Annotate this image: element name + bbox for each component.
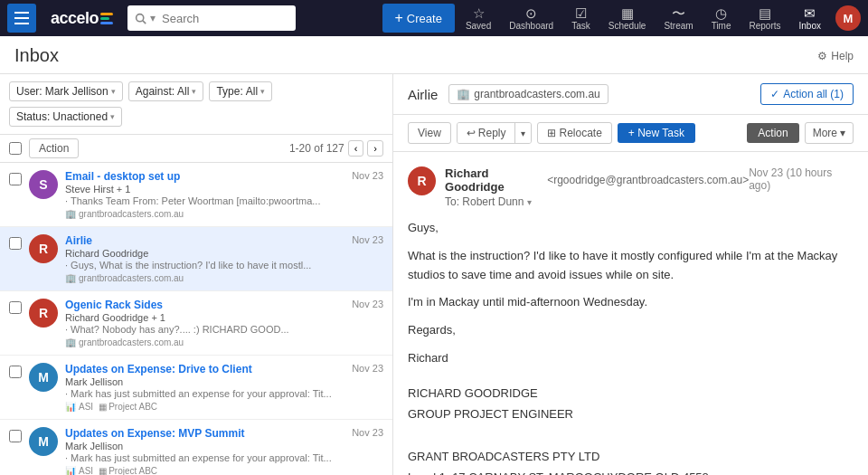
- nav-time[interactable]: ◷ Time: [704, 6, 739, 31]
- avatar-1: S: [29, 170, 58, 199]
- checkmark-icon: ✓: [770, 88, 779, 100]
- email-sender-5: Mark Jellison: [65, 441, 383, 451]
- search-input[interactable]: [162, 12, 288, 25]
- type-filter-caret: ▾: [260, 87, 265, 96]
- building-icon-2: 🏢: [65, 273, 76, 283]
- email-preview-1: · Thanks Team From: Peter Woortman [mail…: [65, 195, 383, 206]
- new-task-button[interactable]: + New Task: [618, 123, 695, 143]
- bulk-action-button[interactable]: Action: [29, 138, 79, 158]
- reply-icon: ↩: [467, 127, 476, 139]
- email-company-4: 📊 ASI: [65, 402, 93, 412]
- time-icon: ◷: [715, 6, 727, 20]
- svg-point-0: [137, 14, 144, 21]
- logo-decoration: [100, 13, 113, 24]
- search-box[interactable]: ▾: [127, 5, 296, 31]
- email-checkbox-3[interactable]: [9, 301, 22, 314]
- nav-task-label: Task: [571, 21, 590, 31]
- select-all-checkbox[interactable]: [9, 142, 22, 155]
- status-filter-caret: ▾: [110, 112, 115, 121]
- email-checkbox-5[interactable]: [9, 430, 22, 442]
- reply-button[interactable]: ↩ Reply: [458, 123, 515, 143]
- email-item-1[interactable]: S Email - desktop set up Nov 23 Steve Hi…: [0, 163, 392, 227]
- right-panel: Airlie 🏢 grantbroadcasters.com.au ✓ Acti…: [393, 74, 868, 475]
- type-filter[interactable]: Type: All ▾: [209, 81, 272, 101]
- stream-icon: 〜: [672, 6, 685, 20]
- action-all-label: Action all (1): [783, 88, 844, 100]
- email-item-4[interactable]: M Updates on Expense: Drive to Client No…: [0, 356, 392, 420]
- email-company-5: 📊 ASI: [65, 466, 93, 475]
- status-filter-label: Status:: [16, 110, 50, 123]
- reports-icon: ▤: [759, 6, 771, 20]
- against-filter-label: Against:: [136, 85, 175, 98]
- relocate-icon: ⊞: [547, 127, 556, 139]
- email-subject-3: Ogenic Rack Sides: [65, 299, 163, 311]
- hamburger-menu[interactable]: [7, 4, 36, 33]
- nav-reports[interactable]: ▤ Reports: [742, 6, 788, 31]
- email-subject-2: Airlie: [65, 234, 92, 247]
- email-checkbox-1[interactable]: [9, 173, 22, 185]
- action-all-button[interactable]: ✓ Action all (1): [760, 83, 854, 105]
- inbox-icon: ✉: [804, 6, 816, 20]
- user-avatar[interactable]: M: [835, 5, 861, 31]
- status-filter-value: Unactioned: [52, 110, 108, 123]
- email-body-content: Guys, What is the instruction? I'd like …: [408, 219, 854, 368]
- user-filter-caret: ▾: [111, 87, 116, 96]
- email-subject-5: Updates on Expense: MVP Summit: [65, 427, 245, 440]
- view-button[interactable]: View: [408, 122, 451, 144]
- project-tag-4: ▦ Project ABC: [99, 402, 157, 412]
- email-body-3: Ogenic Rack Sides Nov 23 Richard Goodrid…: [65, 299, 383, 347]
- more-button[interactable]: More ▾: [805, 122, 854, 144]
- logo-text: accelo: [51, 9, 99, 28]
- email-preview-3: · What? Nobody has any?.... :) RICHARD G…: [65, 324, 383, 335]
- nav-saved[interactable]: ☆ Saved: [458, 6, 498, 31]
- body-paragraph-2: I'm in Mackay until mid-afternoon Wednes…: [408, 293, 854, 312]
- reply-button-group: ↩ Reply ▾: [457, 122, 533, 144]
- create-button[interactable]: + Create: [382, 4, 455, 33]
- building-icon-3: 🏢: [65, 337, 76, 347]
- against-filter[interactable]: Against: All ▾: [128, 81, 204, 101]
- nav-inbox[interactable]: ✉ Inbox: [792, 6, 828, 31]
- nav-schedule[interactable]: ▦ Schedule: [601, 6, 654, 31]
- email-item-5[interactable]: M Updates on Expense: MVP Summit Nov 23 …: [0, 420, 392, 475]
- email-date-1: Nov 23: [352, 170, 383, 181]
- task-icon: ☑: [575, 6, 587, 20]
- action-button[interactable]: Action: [747, 123, 798, 143]
- email-preview-5: · Mark has just submitted an expense for…: [65, 452, 383, 463]
- nav-inbox-label: Inbox: [799, 21, 821, 31]
- user-filter-value: Mark Jellison: [45, 85, 108, 98]
- next-page-button[interactable]: ›: [367, 140, 383, 157]
- body-regards: Regards,: [408, 321, 854, 340]
- pagination: 1-20 of 127 ‹ ›: [289, 140, 383, 157]
- email-item-3[interactable]: R Ogenic Rack Sides Nov 23 Richard Goodr…: [0, 291, 392, 356]
- sig-company: GRANT BROADCASTERS PTY LTD: [408, 446, 854, 467]
- from-avatar: R: [408, 166, 436, 195]
- nav-stream[interactable]: 〜 Stream: [656, 6, 700, 31]
- building-icon-5: 📊: [65, 466, 76, 475]
- nav-task[interactable]: ☑ Task: [564, 6, 598, 31]
- project-icon-5: ▦: [99, 466, 107, 475]
- help-icon: ⚙: [817, 50, 827, 62]
- page-title: Inbox: [14, 45, 59, 66]
- email-date-5: Nov 23: [352, 427, 383, 438]
- project-icon-4: ▦: [99, 402, 107, 412]
- relocate-button[interactable]: ⊞ Relocate: [537, 122, 611, 144]
- help-button[interactable]: ⚙ Help: [817, 50, 854, 62]
- email-meta-5: 📊 ASI ▦ Project ABC: [65, 466, 383, 475]
- status-filter[interactable]: Status: Unactioned ▾: [9, 107, 122, 127]
- logo: accelo: [51, 9, 113, 28]
- email-checkbox-2[interactable]: [9, 237, 22, 250]
- email-sender-2: Richard Goodridge: [65, 248, 383, 259]
- user-filter[interactable]: User: Mark Jellison ▾: [9, 81, 123, 101]
- from-left: R Richard Goodridge <rgoodridge@grantbro…: [408, 166, 749, 208]
- nav-dashboard-label: Dashboard: [509, 21, 553, 31]
- email-checkbox-4[interactable]: [9, 366, 22, 378]
- email-from-row: R Richard Goodridge <rgoodridge@grantbro…: [408, 166, 854, 208]
- email-meta-2: 🏢 grantbroadcasters.com.au: [65, 273, 383, 283]
- email-subject-1: Email - desktop set up: [65, 170, 180, 183]
- nav-dashboard[interactable]: ⊙ Dashboard: [502, 6, 561, 31]
- sig-name: RICHARD GOODRIDGE: [408, 383, 854, 404]
- reply-dropdown[interactable]: ▾: [514, 123, 531, 143]
- email-item-2[interactable]: R Airlie Nov 23 Richard Goodridge · Guys…: [0, 227, 392, 291]
- nav-saved-label: Saved: [466, 21, 491, 31]
- prev-page-button[interactable]: ‹: [348, 140, 364, 157]
